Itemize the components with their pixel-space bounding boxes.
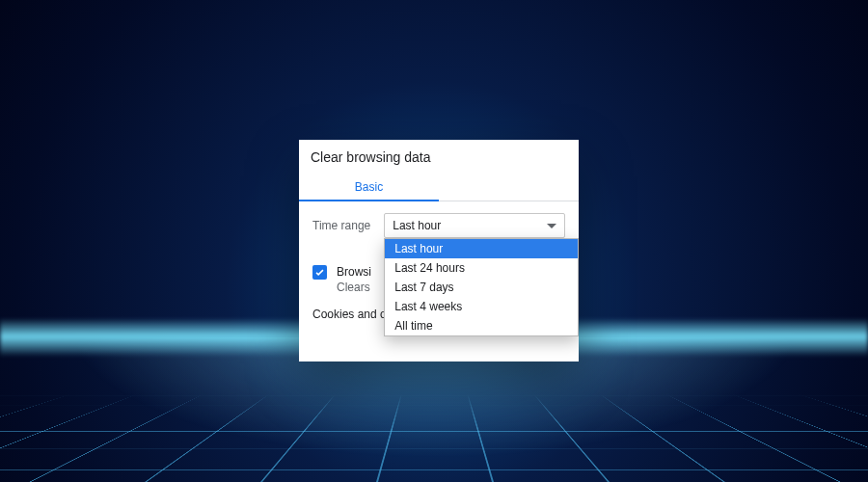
option-last-24-hours[interactable]: Last 24 hours <box>385 258 578 278</box>
tab-advanced[interactable] <box>439 173 579 201</box>
option-all-time[interactable]: All time <box>385 316 578 335</box>
time-range-label: Time range <box>312 219 370 232</box>
browsing-history-checkbox[interactable] <box>312 265 327 280</box>
time-range-select[interactable]: Last hour Last hour Last 24 hours Last 7… <box>384 213 565 238</box>
browsing-history-title: Browsi <box>337 265 371 279</box>
checkmark-icon <box>314 267 325 278</box>
time-range-row: Time range Last hour Last hour Last 24 h… <box>312 213 565 238</box>
time-range-select-box[interactable]: Last hour <box>384 213 565 238</box>
option-last-hour[interactable]: Last hour <box>385 239 578 258</box>
option-last-4-weeks[interactable]: Last 4 weeks <box>385 297 578 316</box>
option-last-7-days[interactable]: Last 7 days <box>385 278 578 297</box>
tab-basic[interactable]: Basic <box>299 173 439 201</box>
chevron-down-icon <box>547 224 556 228</box>
clear-browsing-data-dialog: Clear browsing data Basic Time range Las… <box>299 140 579 362</box>
time-range-value: Last hour <box>393 219 441 232</box>
dialog-body: Time range Last hour Last hour Last 24 h… <box>299 201 579 333</box>
dialog-tabbar: Basic <box>299 173 579 201</box>
browsing-history-sub: Clears <box>337 281 371 294</box>
dialog-title: Clear browsing data <box>299 140 579 169</box>
time-range-dropdown: Last hour Last 24 hours Last 7 days Last… <box>384 238 579 336</box>
